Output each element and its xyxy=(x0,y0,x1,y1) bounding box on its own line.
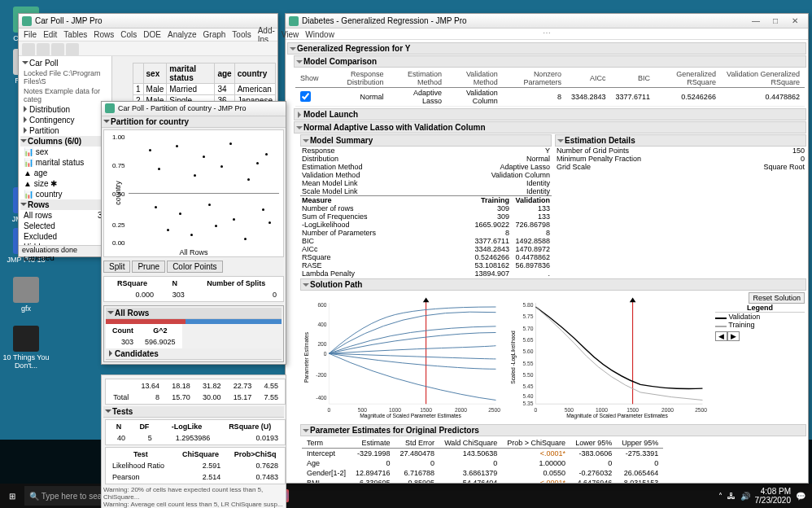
tool-button[interactable] xyxy=(66,43,79,56)
column-item[interactable]: 📊 marital status xyxy=(20,157,110,168)
summary-table: RSquareNNumber of Splits 0.0003030 xyxy=(103,276,284,302)
menu-item[interactable]: Tables xyxy=(63,30,87,39)
step-fwd-icon[interactable]: ▶ xyxy=(727,331,740,341)
y-axis-label: country xyxy=(114,182,122,206)
svg-text:2000: 2000 xyxy=(661,407,674,413)
column-item[interactable]: 📊 country xyxy=(20,189,110,199)
volume-icon[interactable]: 🔊 xyxy=(740,492,750,501)
reset-solution-button[interactable]: Reset Solution xyxy=(749,292,805,304)
solution-path-chart-2[interactable]: 5.805.755.705.655.605.555.505.455.405.35… xyxy=(509,292,710,423)
table-row: Intercept-329.199827.480478143.50638<.00… xyxy=(302,449,663,459)
svg-text:1000: 1000 xyxy=(596,407,608,413)
step-back-icon[interactable]: ◀ xyxy=(715,331,727,341)
lasso-header[interactable]: Normal Adaptive Lasso with Validation Co… xyxy=(294,121,806,134)
model-summary-header[interactable]: Model Summary xyxy=(300,134,552,147)
menu-item[interactable]: Edit xyxy=(43,30,57,39)
column-item[interactable]: ▲ age xyxy=(20,168,110,178)
rows-section[interactable]: Rows xyxy=(20,199,110,210)
tool-button[interactable] xyxy=(22,43,35,56)
tool-button[interactable] xyxy=(51,43,64,56)
search-icon: 🔍 xyxy=(29,492,39,501)
column-item[interactable]: 📊 sex xyxy=(20,147,110,157)
kv-row: ResponseY xyxy=(300,147,552,155)
row-item[interactable]: All rows 30 xyxy=(20,210,110,221)
main-header[interactable]: Generalized Regression for Y xyxy=(287,42,806,55)
table-row: NormalAdaptive LassoValidation Column833… xyxy=(295,88,805,107)
notifications-icon[interactable]: 💬 xyxy=(796,492,805,501)
svg-text:200: 200 xyxy=(317,341,326,347)
system-tray[interactable]: ˄ 🖧 🔊 4:08 PM 7/23/2020 💬 xyxy=(712,487,813,505)
estimation-details-header[interactable]: Estimation Details xyxy=(555,134,806,147)
columns-section[interactable]: Columns (6/0) xyxy=(20,136,110,147)
solution-path-chart-1[interactable]: 6004002000-200-400 05001000150020002500 … xyxy=(302,292,504,423)
menu-item[interactable]: Rows xyxy=(94,30,114,39)
analysis-item[interactable]: Partition xyxy=(20,125,110,136)
color-points-button[interactable]: Color Points xyxy=(167,261,222,273)
menu-item[interactable]: Window xyxy=(305,30,334,39)
menu-item[interactable]: File xyxy=(24,30,37,39)
desktop-icon[interactable]: 10 Things You Don't... xyxy=(2,326,50,370)
prune-button[interactable]: Prune xyxy=(132,261,165,273)
svg-text:0: 0 xyxy=(324,351,327,357)
app-icon xyxy=(289,16,299,26)
solution-path-header[interactable]: Solution Path xyxy=(300,278,806,291)
analysis-item[interactable]: Distribution xyxy=(20,104,110,115)
svg-text:5.45: 5.45 xyxy=(523,383,534,389)
tests-panel: 13.6418.1831.8222.734.55 Total815.7030.0… xyxy=(101,374,286,508)
titlebar[interactable]: Car Poll - JMP Pro xyxy=(19,14,277,28)
tray-up-icon[interactable]: ˄ xyxy=(718,492,723,501)
svg-text:5.40: 5.40 xyxy=(523,393,534,399)
clock[interactable]: 4:08 PM 7/23/2020 xyxy=(755,487,792,505)
legend: Reset Solution Legend Validation Trainin… xyxy=(715,292,805,423)
minimize-button[interactable]: — xyxy=(746,15,766,28)
column-item[interactable]: ▲ size ✱ xyxy=(20,178,110,189)
menu-item[interactable]: Graph xyxy=(203,30,226,39)
locked-file: Locked File C:\Program Files\S xyxy=(20,68,110,86)
partition-window: Car Poll - Partition of country - JMP Pr… xyxy=(101,101,286,365)
row-item[interactable]: Selected xyxy=(20,221,110,231)
kv-row: Scale Model LinkIdentity xyxy=(300,187,552,195)
menu-item[interactable]: DOE xyxy=(143,30,161,39)
window-title: Car Poll - Partition of country - JMP Pr… xyxy=(118,104,246,112)
svg-text:Magnitude of Scaled Parameter : Magnitude of Scaled Parameter Estimates xyxy=(566,413,668,419)
table-row: Gender[1-2]12.8947166.7167883.68613790.0… xyxy=(302,468,663,478)
titlebar[interactable]: Diabetes - Generalized Regression - JMP … xyxy=(286,14,808,28)
tests-header[interactable]: Tests xyxy=(103,406,284,418)
window-title: Diabetes - Generalized Regression - JMP … xyxy=(302,16,467,25)
param-estimates-header[interactable]: Parameter Estimates for Original Predict… xyxy=(300,424,806,436)
close-button[interactable]: ✕ xyxy=(785,15,805,28)
x-axis-label: All Rows xyxy=(179,248,207,256)
menu-item[interactable]: Analyze xyxy=(168,30,197,39)
start-button[interactable]: ⊞ xyxy=(0,484,24,508)
app-icon xyxy=(22,16,32,26)
menu-item[interactable]: View xyxy=(282,30,299,39)
scatter-plot[interactable]: 1.00 0.75 0.50 0.25 0.00 country All Row… xyxy=(103,129,284,257)
analysis-item[interactable]: Contingency xyxy=(20,115,110,125)
split-button[interactable]: Split xyxy=(103,261,130,273)
model-launch-header[interactable]: Model Launch xyxy=(294,108,806,120)
show-checkbox[interactable] xyxy=(300,91,311,102)
model-comparison-header[interactable]: Model Comparison xyxy=(294,55,806,68)
tool-button[interactable] xyxy=(37,43,50,56)
network-icon[interactable]: 🖧 xyxy=(727,492,736,501)
svg-text:5.65: 5.65 xyxy=(523,337,534,343)
sidebar-title[interactable]: Car Poll xyxy=(20,58,110,68)
candidates-header[interactable]: Candidates xyxy=(106,348,282,360)
allrows-header[interactable]: All Rows xyxy=(106,308,282,319)
svg-text:5.60: 5.60 xyxy=(523,348,534,354)
table-row: BMI6.3396050.8590554.476404<.0001*4.6476… xyxy=(302,478,663,483)
drag-handle[interactable]: ⋯ xyxy=(286,28,808,40)
titlebar[interactable]: Car Poll - Partition of country - JMP Pr… xyxy=(102,102,286,116)
desktop-icon[interactable]: gfx xyxy=(2,277,50,313)
svg-text:-400: -400 xyxy=(316,395,327,401)
maximize-button[interactable]: □ xyxy=(766,15,785,28)
warning-text: Warning: Average cell count less than 5,… xyxy=(103,501,284,508)
menu-item[interactable]: Cols xyxy=(120,30,137,39)
row-item[interactable]: Excluded xyxy=(20,231,110,242)
menu-item[interactable]: Tools xyxy=(232,30,251,39)
param-estimates-table: TermEstimateStd ErrorWald ChiSquareProb … xyxy=(302,438,663,483)
toolbar xyxy=(19,42,277,56)
svg-text:500: 500 xyxy=(358,407,367,413)
kv-row: Estimation MethodAdaptive Lasso xyxy=(300,163,552,171)
partition-header[interactable]: Partition for country xyxy=(102,116,286,128)
